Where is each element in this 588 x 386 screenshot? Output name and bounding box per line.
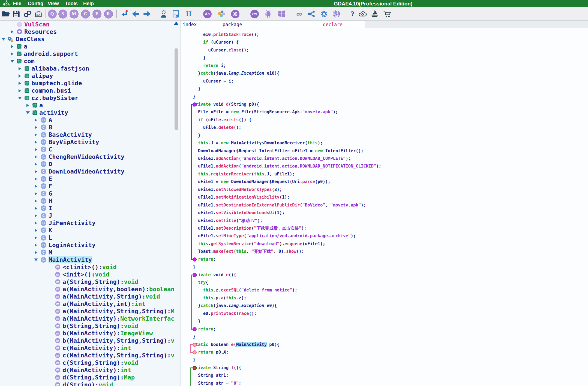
- tree-item[interactable]: ma(MainActivity,String,String):Map: [0, 308, 174, 315]
- expand-arrow-icon[interactable]: [34, 192, 41, 195]
- tab-index[interactable]: index: [181, 21, 210, 28]
- resource-search-icon[interactable]: R: [103, 9, 113, 19]
- expand-arrow-icon[interactable]: [34, 118, 41, 122]
- fingerprint-icon[interactable]: [331, 9, 341, 19]
- menu-config[interactable]: Config: [28, 0, 43, 7]
- breakpoint-icon[interactable]: [193, 273, 197, 277]
- infinity-icon[interactable]: ∞: [294, 9, 304, 19]
- tree-item[interactable]: mb(MainActivity):ImageView: [0, 330, 174, 337]
- tree-item[interactable]: CMainActivity: [0, 256, 174, 263]
- tree-item[interactable]: CE: [0, 175, 174, 183]
- settings-icon[interactable]: [230, 9, 240, 19]
- tree-item[interactable]: CDownLoadVideoActivity: [0, 168, 174, 175]
- expand-arrow-icon[interactable]: [34, 155, 41, 159]
- tree-item[interactable]: VulScan: [0, 21, 174, 28]
- expand-arrow-icon[interactable]: [34, 214, 41, 217]
- tree-item[interactable]: activity: [0, 109, 174, 116]
- tree-item[interactable]: CJ: [0, 212, 174, 219]
- field-search-icon[interactable]: F: [92, 9, 102, 19]
- expand-arrow-icon[interactable]: [34, 236, 41, 239]
- tree-item[interactable]: m<clinit>():void: [0, 263, 174, 271]
- graph-nodes-icon[interactable]: [307, 9, 316, 19]
- cloud-icon[interactable]: [358, 9, 368, 19]
- expand-arrow-icon[interactable]: [10, 30, 17, 34]
- tree-item[interactable]: mb(MainActivity,String,String):void: [0, 337, 174, 344]
- tree-item[interactable]: alipay: [0, 72, 174, 80]
- tree-item[interactable]: android.support: [0, 50, 174, 57]
- molecule-icon[interactable]: [217, 9, 226, 19]
- jump-icon[interactable]: [119, 9, 129, 19]
- boat-icon[interactable]: [370, 9, 380, 19]
- tree-item[interactable]: a: [0, 102, 174, 109]
- menu-view[interactable]: View: [48, 0, 59, 7]
- collapse-arrow-icon[interactable]: [10, 60, 17, 63]
- expand-arrow-icon[interactable]: [18, 89, 25, 92]
- breakpoint-icon[interactable]: [193, 366, 197, 370]
- tree-item[interactable]: ma(String,String):void: [0, 278, 174, 285]
- tree-item[interactable]: CL: [0, 234, 174, 241]
- tree-item[interactable]: ma(MainActivity):NetworkInterface: [0, 315, 174, 322]
- class-search-icon[interactable]: C: [80, 9, 90, 19]
- cart-icon[interactable]: [382, 9, 392, 19]
- scroll-up-arrow[interactable]: [174, 22, 179, 25]
- tree-item[interactable]: ma(MainActivity,int):int: [0, 300, 174, 308]
- user-icon[interactable]: [159, 9, 169, 19]
- expand-arrow-icon[interactable]: [18, 67, 25, 70]
- windows-icon[interactable]: [277, 9, 287, 19]
- tree-item[interactable]: CC: [0, 146, 174, 153]
- expand-arrow-icon[interactable]: [34, 133, 41, 136]
- tree-item[interactable]: md(MainActivity):int: [0, 366, 174, 374]
- expand-arrow-icon[interactable]: [26, 104, 32, 107]
- expand-arrow-icon[interactable]: [34, 170, 41, 173]
- collapse-arrow-icon[interactable]: [2, 38, 8, 41]
- scrollbar-thumb[interactable]: [175, 48, 178, 130]
- method-search-icon[interactable]: M: [69, 9, 79, 19]
- expand-arrow-icon[interactable]: [34, 177, 41, 181]
- expand-arrow-icon[interactable]: [10, 52, 17, 56]
- tree-item[interactable]: CA: [0, 116, 174, 124]
- collapse-arrow-icon[interactable]: [26, 111, 32, 114]
- menu-help[interactable]: Help: [83, 0, 94, 7]
- code-view[interactable]: e10.printStackTrace(); if (uCursor) { uC…: [181, 28, 588, 386]
- hex-view-icon[interactable]: H: [184, 9, 194, 19]
- collapse-arrow-icon[interactable]: [18, 97, 25, 99]
- tree-item[interactable]: bumptech.glide: [0, 80, 174, 87]
- expand-arrow-icon[interactable]: [34, 163, 41, 166]
- tree-item[interactable]: md(String):void: [0, 381, 174, 386]
- tree-item[interactable]: CChengRenVideoActivity: [0, 153, 174, 160]
- tree-item[interactable]: mc(String,String):void: [0, 359, 174, 366]
- help-icon[interactable]: ?: [348, 9, 358, 19]
- tree-item[interactable]: CK: [0, 227, 174, 234]
- tree-item[interactable]: ΦResources: [0, 28, 174, 35]
- forward-icon[interactable]: [142, 9, 152, 19]
- menu-tools[interactable]: Tools: [65, 0, 78, 7]
- tree-item[interactable]: md(String,String):Map: [0, 374, 174, 381]
- tree-item[interactable]: CF: [0, 183, 174, 190]
- expand-arrow-icon[interactable]: [34, 229, 41, 232]
- reload-icon[interactable]: [34, 9, 43, 19]
- save-icon[interactable]: [11, 9, 21, 19]
- expand-arrow-icon[interactable]: [34, 148, 41, 151]
- tree-item[interactable]: ma(MainActivity,boolean):boolean: [0, 285, 174, 293]
- open-folder-icon[interactable]: [1, 9, 11, 19]
- expand-arrow-icon[interactable]: [34, 244, 41, 247]
- expand-arrow-icon[interactable]: [34, 185, 41, 188]
- breakpoint-icon[interactable]: [193, 343, 197, 347]
- tree-item[interactable]: CD: [0, 160, 174, 168]
- tree-item[interactable]: mc(MainActivity,String,String):void: [0, 352, 174, 359]
- expand-arrow-icon[interactable]: [18, 82, 25, 85]
- android-icon[interactable]: [263, 9, 273, 19]
- expand-arrow-icon[interactable]: [34, 199, 41, 203]
- tree-item[interactable]: CI: [0, 205, 174, 212]
- rename-icon[interactable]: Aa: [202, 9, 212, 19]
- breakpoint-icon[interactable]: [193, 327, 197, 331]
- expand-arrow-icon[interactable]: [34, 126, 41, 129]
- breakpoint-icon[interactable]: [193, 257, 197, 262]
- tree-item[interactable]: CG: [0, 190, 174, 197]
- collapse-arrow-icon[interactable]: [34, 259, 41, 261]
- xml-icon[interactable]: xml: [250, 9, 259, 19]
- certificate-icon[interactable]: [171, 9, 181, 19]
- expand-arrow-icon[interactable]: [34, 207, 41, 210]
- breakpoint-icon[interactable]: [193, 102, 197, 107]
- expand-arrow-icon[interactable]: [18, 74, 25, 78]
